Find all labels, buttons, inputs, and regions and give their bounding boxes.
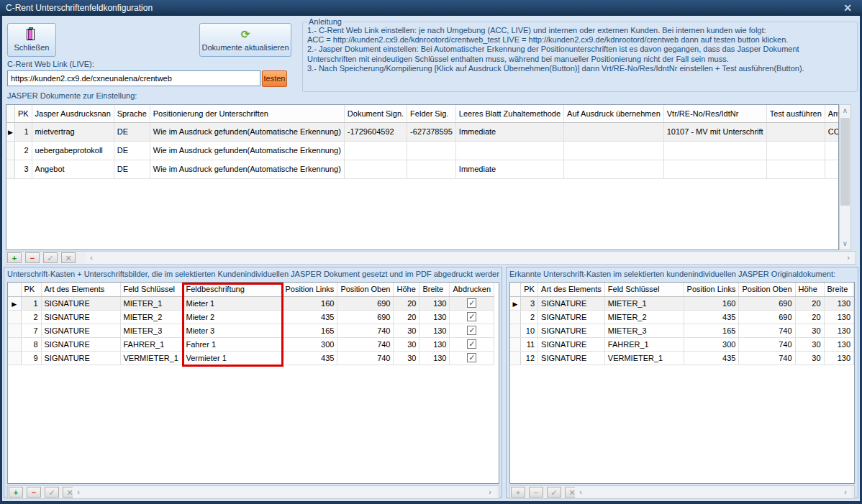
table-cell[interactable]: SIGNATURE [41,324,120,337]
column-header[interactable]: Art des Elements [538,283,605,296]
table-cell[interactable]: 740 [739,324,795,337]
table-cell[interactable] [663,160,766,178]
table-cell[interactable]: CCHEQ [825,122,839,141]
table-cell[interactable]: 20 [795,310,824,324]
table-cell[interactable]: MIETER_1 [120,296,183,310]
jasper-grid-horizontal-scrollbar[interactable]: ‹ › [86,252,854,264]
column-header[interactable]: Jasper Ausdrucksnan [32,105,114,122]
table-row[interactable]: 11SIGNATUREFAHRER_130074030130 [510,337,854,351]
table-cell[interactable]: 130 [419,324,450,337]
table-cell[interactable]: 30 [394,324,419,337]
table-cell[interactable]: SIGNATURE [538,296,605,310]
table-cell[interactable] [766,141,825,160]
scroll-up-icon[interactable]: ∧ [840,105,850,116]
column-header[interactable]: Abdrucken [450,283,494,296]
close-icon[interactable]: ✕ [840,0,855,16]
table-cell[interactable]: 1 [14,122,32,141]
table-cell[interactable]: 130 [824,351,853,365]
table-cell[interactable]: SIGNATURE [41,337,120,351]
column-header[interactable]: PK [14,105,32,122]
scroll-left-icon[interactable]: ‹ [73,487,84,498]
table-cell[interactable]: ✓ [450,296,494,310]
testen-button[interactable]: testen [262,70,287,87]
table-cell[interactable] [455,141,563,160]
table-cell[interactable]: SIGNATURE [41,310,120,324]
table-cell[interactable]: SIGNATURE [41,351,120,365]
table-cell[interactable] [564,160,664,178]
table-cell[interactable]: 130 [419,337,450,351]
table-cell[interactable]: 160 [282,296,337,310]
table-row[interactable]: 7SIGNATUREMIETER_3Mieter 316574030130✓ [8,324,494,337]
table-cell[interactable]: 690 [739,296,795,310]
table-row[interactable]: 2SIGNATUREMIETER_243569020130 [510,310,854,324]
table-cell[interactable]: DE [114,160,150,178]
column-header[interactable]: Positionierung der Unterschriften [150,105,344,122]
table-cell[interactable]: MIETER_3 [604,324,684,337]
table-cell[interactable]: 740 [337,324,394,337]
table-cell[interactable]: 690 [337,310,394,324]
column-header[interactable]: Dokument Sign. [344,105,407,122]
table-cell[interactable]: ✓ [450,324,494,337]
table-cell[interactable] [344,141,407,160]
checkbox-icon[interactable]: ✓ [467,312,476,321]
table-cell[interactable]: 160 [684,296,739,310]
table-cell[interactable]: ✓ [450,337,494,351]
column-header[interactable]: Feld Schlüssel [120,283,183,296]
table-cell[interactable]: 740 [739,351,795,365]
column-header[interactable]: Position Links [282,283,337,296]
table-cell[interactable]: 8 [21,337,41,351]
scroll-left-icon[interactable]: ‹ [575,487,586,498]
column-header[interactable]: Position Oben [739,283,795,296]
table-cell[interactable]: 2 [21,310,41,324]
checkbox-icon[interactable]: ✓ [467,298,476,308]
table-cell[interactable] [766,122,825,141]
table-cell[interactable]: DE [114,141,150,160]
table-cell[interactable]: SIGNATURE [538,324,605,337]
table-cell[interactable]: VERMIETER_1 [120,351,183,365]
delete-row-button[interactable]: − [529,487,543,498]
table-cell[interactable]: 130 [824,337,853,351]
table-cell[interactable]: 30 [394,351,419,365]
column-header[interactable]: Anw. [825,105,839,122]
column-header[interactable]: Leeres Blatt Zuhaltemethode [455,105,563,122]
column-header[interactable]: Breite [824,283,853,296]
table-cell[interactable]: SIGNATURE [538,351,605,365]
add-row-button[interactable]: + [511,487,525,498]
refresh-documents-button[interactable]: ⟳ Dokumente aktualisieren [199,23,291,57]
table-cell[interactable]: 2 [14,141,32,160]
table-cell[interactable] [663,141,766,160]
column-header[interactable]: Test ausführen [766,105,825,122]
column-header[interactable]: Feldbeschriftung [183,283,282,296]
table-cell[interactable]: FAHRER_1 [120,337,183,351]
table-cell[interactable]: MIETER_1 [604,296,684,310]
checkbox-icon[interactable]: ✓ [467,326,476,335]
table-cell[interactable] [407,141,456,160]
column-header[interactable]: Art des Elements [41,283,120,296]
table-row[interactable]: 9SIGNATUREVERMIETER_1Vermieter 143574030… [8,351,494,365]
table-row[interactable]: 2SIGNATUREMIETER_2Mieter 243569020130✓ [8,310,494,324]
table-cell[interactable]: 12 [521,351,538,365]
table-cell[interactable]: Immediate [455,160,563,178]
checkbox-icon[interactable]: ✓ [467,339,476,349]
table-cell[interactable]: MIETER_3 [120,324,183,337]
table-cell[interactable]: 740 [337,337,394,351]
table-cell[interactable]: 3 [14,160,32,178]
table-cell[interactable]: 300 [684,337,739,351]
table-cell[interactable]: 165 [684,324,739,337]
table-cell[interactable]: 10 [521,324,538,337]
scroll-down-icon[interactable]: ∨ [840,238,850,249]
weblink-input[interactable] [7,70,260,86]
scroll-left-icon[interactable]: ‹ [86,252,97,264]
table-cell[interactable]: 2 [521,310,538,324]
table-cell[interactable]: 1 [21,296,41,310]
table-row[interactable]: ▶1SIGNATUREMIETER_1Mieter 116069020130✓ [8,296,494,310]
table-row[interactable]: 8SIGNATUREFAHRER_1Fahrer 130074030130✓ [8,337,494,351]
table-cell[interactable] [564,141,664,160]
table-cell[interactable]: Wie im Ausdruck gefunden(Automatische Er… [150,141,344,160]
column-header[interactable]: Auf Ausdruck übernehmen [564,105,664,122]
table-cell[interactable]: 130 [419,351,450,365]
table-cell[interactable] [564,122,664,141]
column-header[interactable]: Position Links [684,283,739,296]
column-header[interactable]: Vtr/RE-No/Res/IdtNr [663,105,766,122]
table-cell[interactable]: Wie im Ausdruck gefunden(Automatische Er… [150,122,344,141]
